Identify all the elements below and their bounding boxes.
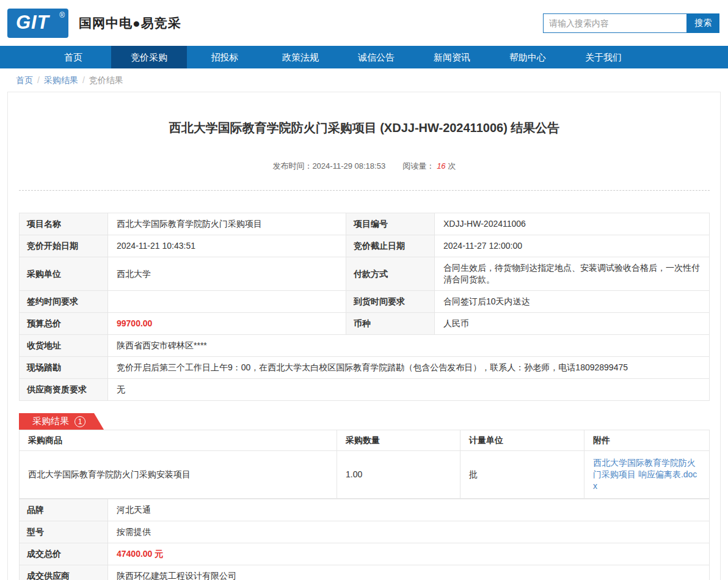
search-button[interactable]: 搜索 [687,13,719,33]
breadcrumb: 首页/采购结果/竞价结果 [0,68,728,92]
delivery-address-value: 陕西省西安市碑林区**** [108,335,710,357]
bid-start-value: 2024-11-21 10:43:51 [108,235,346,257]
brand-label: 品牌 [20,499,108,521]
attachment-link[interactable]: 西北大学国际教育学院防火门采购项目 响应偏离表.docx [593,458,697,491]
signing-time-label: 签约时间要求 [20,291,108,313]
breadcrumb-purchase-results[interactable]: 采购结果 [44,75,78,85]
bid-end-value: 2024-11-27 12:00:00 [435,235,710,257]
table-row: 型号 按需提供 [20,521,710,543]
git-logo[interactable]: GIT ® [7,9,68,38]
product-quantity: 1.00 [337,451,460,499]
breadcrumb-home[interactable]: 首页 [16,75,33,85]
table-row: 签约时间要求 到货时间要求 合同签订后10天内送达 [20,291,710,313]
winning-supplier-value: 陕西环亿建筑工程设计有限公司 [108,565,710,580]
budget-total-value: 99700.00 [108,313,346,335]
publish-time-value: 2024-11-29 08:18:53 [312,161,385,171]
project-info-table: 项目名称 西北大学国际教育学院防火门采购项目 项目编号 XDJJ-HW-2024… [19,213,710,401]
table-row: 供应商资质要求 无 [20,379,710,401]
project-name-value: 西北大学国际教育学院防火门采购项目 [108,213,346,235]
payment-method-label: 付款方式 [346,257,435,291]
site-survey-value: 竞价开启后第三个工作日上午9：00，在西北大学太白校区国际教育学院踏勘（包含公告… [108,357,710,379]
nav-item-news[interactable]: 新闻资讯 [414,46,490,68]
search-input[interactable] [543,13,687,33]
table-row: 采购单位 西北大学 付款方式 合同生效后，待货物到达指定地点、安装调试验收合格后… [20,257,710,291]
nav-item-home[interactable]: 首页 [35,46,111,68]
product-unit: 批 [460,451,584,499]
bid-end-label: 竞价截止日期 [346,235,435,257]
purchaser-value: 西北大学 [108,257,346,291]
payment-method-value: 合同生效后，待货物到达指定地点、安装调试验收合格后，一次性付清合同货款。 [435,257,710,291]
views-count: 16 [437,161,445,171]
search-bar: 搜索 [543,13,719,33]
table-row: 品牌 河北天通 [20,499,710,521]
table-row: 现场踏勘 竞价开启后第三个工作日上午9：00，在西北大学太白校区国际教育学院踏勘… [20,357,710,379]
currency-label: 币种 [346,313,435,335]
result-detail-table: 品牌 河北天通 型号 按需提供 成交总价 47400.00 元 成交供应商 陕西… [19,499,710,580]
announcement-title: 西北大学国际教育学院防火门采购项目 (XDJJ-HW-202411006) 结果… [19,120,710,136]
breadcrumb-separator: / [82,75,85,85]
purchase-result-table: 采购商品 采购数量 计量单位 附件 西北大学国际教育学院防火门采购安装项目 1.… [19,430,710,499]
purchaser-label: 采购单位 [20,257,108,291]
table-row: 成交总价 47400.00 元 [20,543,710,565]
table-row: 预算总价 99700.00 币种 人民币 [20,313,710,335]
purchase-result-badge: 采购结果 1 [19,413,104,430]
content-card: 西北大学国际教育学院防火门采购项目 (XDJJ-HW-202411006) 结果… [7,92,721,580]
nav-item-help-center[interactable]: 帮助中心 [490,46,566,68]
announcement-meta: 发布时间：2024-11-29 08:18:53阅读量：16次 [19,161,710,172]
supplier-qualification-value: 无 [108,379,710,401]
project-number-value: XDJJ-HW-202411006 [435,213,710,235]
deal-total-price-label: 成交总价 [20,543,108,565]
nav-item-about-us[interactable]: 关于我们 [566,46,641,68]
quantity-column-header: 采购数量 [337,430,460,451]
registered-trademark-icon: ® [59,11,65,20]
table-row: 成交供应商 陕西环亿建筑工程设计有限公司 [20,565,710,580]
breadcrumb-bidding-results: 竞价结果 [89,75,123,85]
nav-item-bidding-purchase[interactable]: 竞价采购 [111,46,187,68]
product-column-header: 采购商品 [20,430,337,451]
site-survey-label: 现场踏勘 [20,357,108,379]
delivery-time-value: 合同签订后10天内送达 [435,291,710,313]
delivery-address-label: 收货地址 [20,335,108,357]
nav-item-tendering[interactable]: 招投标 [187,46,263,68]
nav-item-policies[interactable]: 政策法规 [263,46,338,68]
table-row: 收货地址 陕西省西安市碑林区**** [20,335,710,357]
breadcrumb-separator: / [37,75,40,85]
deal-total-price-value: 47400.00 元 [108,543,710,565]
site-brand-title: 国网中电●易竞采 [79,15,181,32]
result-count-badge: 1 [75,416,86,427]
product-row: 西北大学国际教育学院防火门采购安装项目 1.00 批 西北大学国际教育学院防火门… [20,451,710,499]
table-header-row: 采购商品 采购数量 计量单位 附件 [20,430,710,451]
project-name-label: 项目名称 [20,213,108,235]
delivery-time-label: 到货时间要求 [346,291,435,313]
result-badge-row: 采购结果 1 [19,413,710,430]
table-row: 竞价开始日期 2024-11-21 10:43:51 竞价截止日期 2024-1… [20,235,710,257]
views-unit: 次 [448,161,456,171]
attachment-column-header: 附件 [584,430,710,451]
bid-start-label: 竞价开始日期 [20,235,108,257]
purchase-result-badge-label: 采购结果 [32,416,69,427]
model-label: 型号 [20,521,108,543]
project-number-label: 项目编号 [346,213,435,235]
signing-time-value [108,291,346,313]
nav-item-integrity-notices[interactable]: 诚信公告 [338,46,414,68]
model-value: 按需提供 [108,521,710,543]
dashed-separator [19,190,710,191]
supplier-qualification-label: 供应商资质要求 [20,379,108,401]
budget-total-label: 预算总价 [20,313,108,335]
site-header: GIT ® 国网中电●易竞采 搜索 [0,0,728,46]
winning-supplier-label: 成交供应商 [20,565,108,580]
views-label: 阅读量： [402,161,434,171]
main-nav: 首页 竞价采购 招投标 政策法规 诚信公告 新闻资讯 帮助中心 关于我们 [0,46,728,68]
table-row: 项目名称 西北大学国际教育学院防火门采购项目 项目编号 XDJJ-HW-2024… [20,213,710,235]
publish-time-label: 发布时间： [272,161,312,171]
product-name: 西北大学国际教育学院防火门采购安装项目 [20,451,337,499]
unit-column-header: 计量单位 [460,430,584,451]
currency-value: 人民币 [435,313,710,335]
brand-value: 河北天通 [108,499,710,521]
